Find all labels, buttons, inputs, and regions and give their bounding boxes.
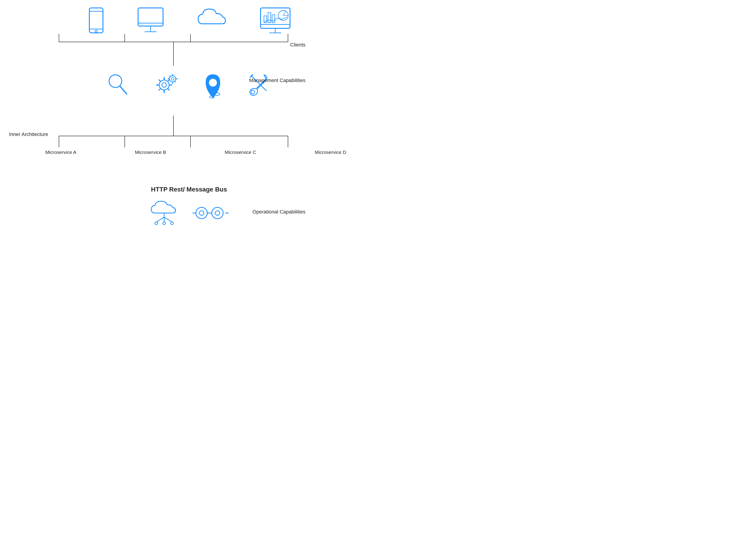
connector-lines <box>0 0 378 269</box>
svg-point-63 <box>196 207 207 219</box>
svg-point-64 <box>199 211 204 215</box>
svg-rect-25 <box>268 13 271 23</box>
inner-architecture-label: Inner Architecture <box>9 132 48 137</box>
location-capability <box>202 73 224 102</box>
mobile-icon <box>87 7 105 34</box>
cloud-network-icon <box>149 199 179 227</box>
svg-line-39 <box>168 89 169 90</box>
microservice-c-label: Microservice C <box>225 149 256 155</box>
svg-point-32 <box>159 80 169 90</box>
microservice-a-label: Microservice A <box>45 149 77 155</box>
svg-line-31 <box>120 86 127 94</box>
search-capability <box>106 73 129 102</box>
cloud-device <box>196 7 228 34</box>
clients-label: Clients <box>290 42 306 48</box>
svg-line-57 <box>156 217 164 222</box>
tools-icon <box>247 73 272 97</box>
architecture-diagram: Clients <box>0 0 378 269</box>
search-icon <box>106 73 129 97</box>
mobile-device <box>87 7 105 34</box>
svg-point-65 <box>212 207 223 219</box>
svg-line-49 <box>175 81 176 82</box>
svg-line-38 <box>159 80 160 81</box>
desktop-device <box>137 7 164 34</box>
svg-line-41 <box>159 89 160 90</box>
http-icons-row <box>149 199 229 227</box>
microservice-b-label: Microservice B <box>135 149 166 155</box>
http-rest-title: HTTP Rest/ Message Bus <box>151 186 227 193</box>
gears-icon <box>152 73 179 97</box>
operational-label: Operational Capabilities <box>252 208 306 216</box>
clients-row <box>27 7 351 34</box>
svg-line-40 <box>168 80 169 81</box>
location-icon <box>202 73 224 102</box>
svg-line-48 <box>169 76 170 77</box>
analytics-icon <box>260 7 291 34</box>
svg-point-43 <box>171 78 174 80</box>
management-label: Management Capabilities <box>249 77 306 84</box>
svg-line-29 <box>283 11 286 16</box>
gears-capability <box>152 73 179 102</box>
desktop-icon <box>137 7 164 34</box>
svg-point-33 <box>162 83 166 87</box>
microservice-d-label: Microservice D <box>315 149 346 155</box>
svg-line-59 <box>164 217 172 222</box>
circuit-icon <box>193 204 229 222</box>
svg-point-53 <box>251 90 255 94</box>
cloud-icon <box>196 7 228 29</box>
svg-point-50 <box>209 79 216 86</box>
microservices-labels: Microservice A Microservice B Microservi… <box>45 149 346 155</box>
svg-rect-26 <box>272 15 275 23</box>
svg-point-15 <box>95 30 97 32</box>
svg-point-66 <box>215 211 220 215</box>
analytics-device <box>260 7 291 34</box>
